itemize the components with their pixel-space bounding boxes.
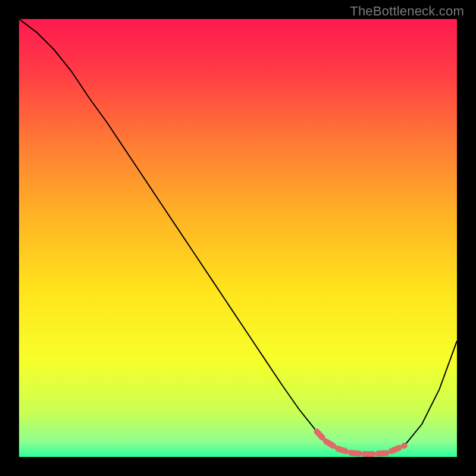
plot-area: [19, 19, 457, 457]
chart-background: [19, 19, 457, 457]
chart-container: TheBottleneck.com: [0, 0, 476, 476]
chart-svg: [19, 19, 457, 457]
watermark-text: TheBottleneck.com: [350, 4, 464, 19]
